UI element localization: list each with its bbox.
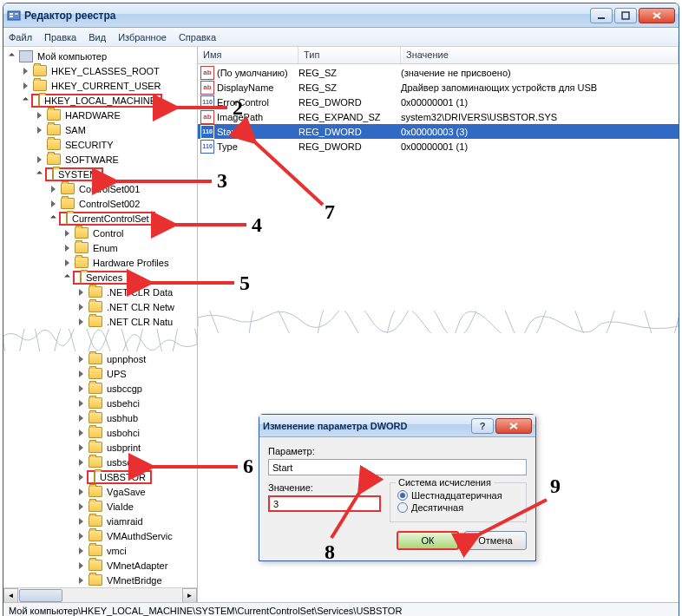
menu-help[interactable]: Справка bbox=[179, 32, 216, 43]
radix-legend: Система исчисления bbox=[396, 477, 494, 488]
torn-edge bbox=[198, 311, 679, 333]
radio-dec[interactable] bbox=[397, 502, 408, 513]
menu-view[interactable]: Вид bbox=[89, 32, 106, 43]
cancel-button[interactable]: Отмена bbox=[464, 531, 527, 550]
menu-edit[interactable]: Правка bbox=[44, 32, 76, 43]
folder-icon bbox=[89, 442, 102, 453]
value-type: REG_SZ bbox=[298, 82, 401, 93]
tree-row-hkcu[interactable]: HKEY_CURRENT_USER bbox=[3, 78, 197, 93]
tree-row-software[interactable]: SOFTWARE bbox=[3, 152, 197, 167]
tree-row-upnphost[interactable]: upnphost bbox=[3, 351, 197, 366]
value-row[interactable]: (По умолчанию)REG_SZ(значение не присвое… bbox=[198, 65, 679, 80]
tree-row-vmnetadapter[interactable]: VMnetAdapter bbox=[3, 558, 197, 573]
tree-row-hwprofiles[interactable]: Hardware Profiles bbox=[3, 255, 197, 270]
scroll-left-button[interactable]: ◄ bbox=[3, 588, 18, 602]
value-row[interactable]: StartREG_DWORD0x00000003 (3) bbox=[198, 124, 679, 139]
tree-row-vmci[interactable]: vmci bbox=[3, 543, 197, 558]
scroll-thumb[interactable] bbox=[19, 589, 62, 602]
column-header-value[interactable]: Значение bbox=[401, 47, 679, 63]
tree-row-vmnetbridge[interactable]: VMnetBridge bbox=[3, 573, 197, 587]
value-row[interactable]: ImagePathREG_EXPAND_SZsystem32\DRIVERS\U… bbox=[198, 109, 679, 124]
computer-icon bbox=[19, 50, 33, 62]
param-input[interactable] bbox=[268, 459, 527, 475]
value-name: (По умолчанию) bbox=[217, 68, 298, 78]
value-row[interactable]: TypeREG_DWORD0x00000001 (1) bbox=[198, 139, 679, 154]
registry-editor-window: Редактор реестра Файл Правка Вид Избранн… bbox=[3, 3, 679, 616]
tree-row-usbscan[interactable]: usbscan bbox=[3, 455, 197, 469]
value-row[interactable]: ErrorControlREG_DWORD0x00000001 (1) bbox=[198, 95, 679, 109]
tree-row-netclrnat[interactable]: .NET CLR Natu bbox=[3, 314, 197, 329]
tree-row-security[interactable]: SECURITY bbox=[3, 137, 197, 152]
radio-dec-row[interactable]: Десятичная bbox=[397, 502, 519, 513]
tree-row-hklm[interactable]: HKEY_LOCAL_MACHINE bbox=[3, 93, 197, 108]
tree-row-ccs[interactable]: CurrentControlSet bbox=[3, 211, 197, 226]
binary-value-icon bbox=[200, 125, 214, 139]
folder-icon bbox=[47, 109, 61, 121]
folder-icon bbox=[61, 198, 75, 209]
svg-rect-1 bbox=[10, 13, 13, 15]
tree-row-control[interactable]: Control bbox=[3, 226, 197, 240]
tree-row-usbohci[interactable]: usbohci bbox=[3, 425, 197, 440]
close-icon bbox=[652, 11, 662, 20]
value-row[interactable]: DisplayNameREG_SZДрайвер запоминающих ус… bbox=[198, 80, 679, 95]
radio-hex[interactable] bbox=[397, 490, 408, 501]
tree-row-ups[interactable]: UPS bbox=[3, 366, 197, 381]
edit-dword-dialog: Изменение параметра DWORD ? Параметр: Зн… bbox=[259, 414, 536, 561]
dialog-close-button[interactable] bbox=[495, 418, 532, 434]
scroll-right-button[interactable]: ► bbox=[182, 588, 197, 602]
tree-row-cs001[interactable]: ControlSet001 bbox=[3, 181, 197, 196]
values-list[interactable]: (По умолчанию)REG_SZ(значение не присвое… bbox=[198, 64, 679, 154]
radio-hex-row[interactable]: Шестнадцатеричная bbox=[397, 490, 519, 501]
menu-favorites[interactable]: Избранное bbox=[118, 32, 167, 43]
radix-fieldset: Система исчисления Шестнадцатеричная Дес… bbox=[390, 482, 527, 522]
tree-row-viaide[interactable]: ViaIde bbox=[3, 499, 197, 514]
folder-icon bbox=[89, 353, 102, 364]
tree-row-hkcr[interactable]: HKEY_CLASSES_ROOT bbox=[3, 63, 197, 78]
folder-icon bbox=[89, 286, 102, 298]
tree-row-usbhub[interactable]: usbhub bbox=[3, 410, 197, 425]
tree-row-netclrnet[interactable]: .NET CLR Netw bbox=[3, 299, 197, 314]
folder-icon bbox=[94, 471, 95, 483]
folder-icon bbox=[89, 316, 102, 327]
minimize-button[interactable] bbox=[590, 8, 613, 23]
folder-icon bbox=[52, 168, 54, 180]
registry-tree-lower[interactable]: upnphost UPS usbccgp usbehci usbhub usbo… bbox=[3, 350, 197, 602]
value-input[interactable] bbox=[268, 495, 381, 512]
dialog-help-button[interactable]: ? bbox=[471, 418, 494, 434]
tree-row-hardware[interactable]: HARDWARE bbox=[3, 108, 197, 122]
tree-row-sam[interactable]: SAM bbox=[3, 122, 197, 137]
tree-row-usbccgp[interactable]: usbccgp bbox=[3, 381, 197, 396]
tree-row-vmauthd[interactable]: VMAuthdServic bbox=[3, 528, 197, 543]
string-value-icon bbox=[200, 66, 214, 80]
ok-button[interactable]: ОК bbox=[397, 531, 459, 550]
tree-row-computer[interactable]: Мой компьютер bbox=[3, 49, 197, 63]
tree-row-system[interactable]: SYSTEM bbox=[3, 167, 197, 181]
tree-row-viamraid[interactable]: viamraid bbox=[3, 514, 197, 528]
folder-icon bbox=[89, 501, 102, 512]
tree-row-services[interactable]: Services bbox=[3, 270, 197, 285]
svg-rect-4 bbox=[598, 17, 605, 19]
value-type: REG_DWORD bbox=[298, 127, 401, 137]
tree-row-enum[interactable]: Enum bbox=[3, 240, 197, 255]
tree-row-cs002[interactable]: ControlSet002 bbox=[3, 196, 197, 211]
tree-row-usbprint[interactable]: usbprint bbox=[3, 440, 197, 455]
close-button[interactable] bbox=[639, 8, 675, 23]
value-name: ImagePath bbox=[217, 112, 298, 122]
column-header-name[interactable]: Имя bbox=[198, 47, 298, 63]
registry-tree[interactable]: Мой компьютер HKEY_CLASSES_ROOT HKEY_CUR… bbox=[3, 47, 197, 331]
binary-value-icon bbox=[200, 95, 214, 109]
value-type: REG_DWORD bbox=[298, 97, 401, 108]
maximize-button[interactable] bbox=[614, 8, 637, 23]
column-header-type[interactable]: Тип bbox=[298, 47, 401, 63]
menu-file[interactable]: Файл bbox=[9, 32, 32, 43]
value-data: system32\DRIVERS\USBSTOR.SYS bbox=[401, 112, 679, 122]
folder-icon bbox=[47, 139, 61, 150]
tree-row-vgasave[interactable]: VgaSave bbox=[3, 484, 197, 499]
folder-icon bbox=[89, 301, 102, 312]
tree-row-netclrdata[interactable]: .NET CLR Data bbox=[3, 285, 197, 299]
tree-row-usbstor[interactable]: USBSTOR bbox=[3, 469, 197, 484]
value-data: (значение не присвоено) bbox=[401, 68, 679, 78]
tree-horizontal-scrollbar[interactable]: ◄ ► bbox=[3, 587, 197, 602]
tree-row-usbehci[interactable]: usbehci bbox=[3, 396, 197, 410]
svg-rect-3 bbox=[15, 13, 18, 15]
